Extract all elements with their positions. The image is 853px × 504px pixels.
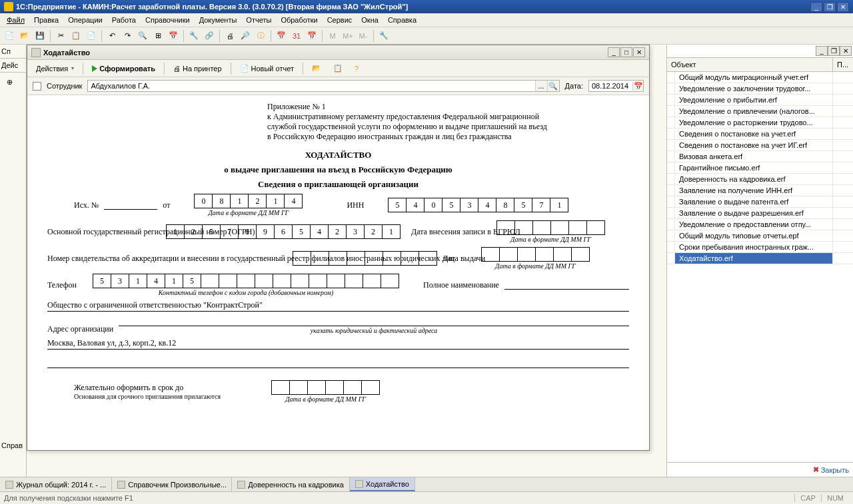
menu-work[interactable]: Работа — [108, 15, 140, 25]
tool2-icon[interactable]: 📋 — [329, 62, 347, 75]
menubar: Файл Правка Операции Работа Справочники … — [0, 13, 853, 27]
egrul-fmt: Дата в формате ДД ММ ГГ — [496, 236, 605, 243]
print-icon[interactable]: 🖨 — [223, 29, 237, 43]
redo-icon[interactable]: ↷ — [121, 29, 134, 43]
right-panel: _ ❐ ✕ Объект П... Общий модуль миграцион… — [666, 45, 853, 477]
list-item[interactable]: Гарантийное письмо.erf — [667, 162, 853, 174]
menu-processing[interactable]: Обработки — [277, 15, 321, 25]
cal1-icon[interactable]: 📅 — [275, 29, 288, 43]
menu-service[interactable]: Сервис — [323, 15, 357, 25]
cell — [383, 251, 401, 266]
win-minimize-button[interactable]: _ — [608, 47, 620, 57]
date-picker-button[interactable]: 📅 — [632, 82, 643, 91]
m-button[interactable]: M — [326, 29, 339, 43]
taskbar: Журнал общий: 2014 г. - ...Справочник Пр… — [0, 477, 853, 491]
close-button[interactable]: ✕ — [837, 2, 849, 12]
minimize-button[interactable]: _ — [810, 2, 822, 12]
menu-docs[interactable]: Документы — [195, 15, 241, 25]
org-name-line: Общество с ограниченной ответственностью… — [47, 300, 629, 312]
help-icon[interactable]: ⓘ — [254, 29, 267, 43]
out-no-field — [104, 200, 157, 210]
cal31-icon[interactable]: 31 — [290, 29, 303, 43]
list-item[interactable]: Доверенность на кадровика.erf — [667, 174, 853, 185]
menu-file[interactable]: Файл — [3, 15, 29, 25]
link-icon[interactable]: 🔗 — [203, 29, 216, 43]
list-item[interactable]: Сведения о постановке на учет.erf — [667, 128, 853, 140]
inn-cells: 5405348571 — [388, 198, 568, 212]
employee-checkbox[interactable] — [33, 82, 41, 91]
win-maximize-button[interactable]: □ — [620, 47, 632, 57]
rp-min-button[interactable]: _ — [816, 46, 828, 56]
menu-edit[interactable]: Правка — [30, 15, 63, 25]
list-item[interactable]: Уведомление о привлечении (налогов... — [667, 106, 853, 117]
list-item[interactable]: Визовая анкета.erf — [667, 151, 853, 162]
list-item[interactable]: Заявление о выдаче патента.erf — [667, 196, 853, 208]
cell: 6 — [274, 224, 293, 239]
cell: 5 — [202, 224, 221, 239]
undo-icon[interactable]: ↶ — [105, 29, 119, 43]
cell — [363, 274, 381, 288]
rp-close-button[interactable]: ✕ — [840, 46, 852, 56]
task-item[interactable]: Доверенность на кадровика — [232, 477, 350, 491]
document-area[interactable]: Приложение № 1 к Административному регла… — [27, 95, 649, 450]
copy-icon[interactable]: 📋 — [69, 29, 83, 43]
col-p[interactable]: П... — [833, 58, 853, 71]
tool1-icon[interactable]: 📂 — [307, 62, 326, 75]
right-panel-list[interactable]: Общий модуль миграционный учет.erfУведом… — [667, 72, 853, 462]
search-icon[interactable]: 🔍 — [136, 29, 149, 43]
task-item[interactable]: Журнал общий: 2014 г. - ... — [0, 477, 112, 491]
print-button[interactable]: 🖨 На принтер — [169, 63, 227, 75]
expand-icon[interactable]: ⊕ — [3, 75, 16, 89]
task-item[interactable]: Справочник Произвольные... — [112, 477, 232, 491]
date-icon[interactable]: 📅 — [167, 29, 180, 43]
list-item[interactable]: Заявление о выдаче разрешения.erf — [667, 208, 853, 219]
cut-icon[interactable]: ✂ — [54, 29, 67, 43]
cell: 1 — [550, 198, 568, 212]
menu-refs[interactable]: Справочники — [141, 15, 194, 25]
close-link[interactable]: ✖ Закрыть — [813, 465, 849, 474]
help2-icon[interactable]: ? — [350, 63, 363, 75]
tool-icon[interactable]: 🔧 — [187, 29, 201, 43]
rp-max-button[interactable]: ❐ — [828, 46, 840, 56]
m-plus-button[interactable]: M+ — [341, 29, 355, 43]
left-col-header: Сп — [0, 45, 26, 59]
new-doc-icon[interactable]: 📄 — [3, 29, 16, 43]
employee-open-button[interactable]: 🔍 — [547, 81, 559, 91]
cell — [517, 247, 536, 262]
list-item[interactable]: Сроки пребывания иностранных граж... — [667, 242, 853, 253]
preview-icon[interactable]: 🔎 — [239, 29, 252, 43]
actions-dropdown[interactable]: Действия — [31, 63, 79, 75]
wrench-icon[interactable]: 🔧 — [377, 29, 391, 43]
form-button[interactable]: Сформировать — [87, 63, 160, 75]
task-item[interactable]: Ходатайство — [350, 477, 415, 491]
menu-operations[interactable]: Операции — [64, 15, 106, 25]
list-item[interactable]: Ходатайство.erf — [667, 253, 853, 264]
new-report-button[interactable]: 📄 Новый отчет — [235, 62, 299, 75]
col-object[interactable]: Объект — [667, 58, 833, 71]
calc-icon[interactable]: ⊞ — [151, 29, 165, 43]
win-close-button[interactable]: ✕ — [633, 47, 645, 57]
open-icon[interactable]: 📂 — [18, 29, 31, 43]
list-item[interactable]: Общий модуль типовые отчеты.epf — [667, 230, 853, 242]
m-minus-button[interactable]: M- — [357, 29, 370, 43]
list-item[interactable]: Уведомление о расторжении трудово... — [667, 117, 853, 128]
employee-select-button[interactable]: ... — [535, 81, 547, 91]
list-item[interactable]: Заявление на получение ИНН.erf — [667, 185, 853, 196]
close-x-icon: ✖ — [813, 465, 819, 474]
menu-help[interactable]: Справка — [384, 15, 421, 25]
list-item[interactable]: Общий модуль миграционный учет.erf — [667, 72, 853, 83]
maximize-button[interactable]: ❐ — [824, 2, 836, 12]
list-item[interactable]: Сведения о постановке на учет ИГ.erf — [667, 140, 853, 151]
window-titlebar: Ходатайство _ □ ✕ — [27, 45, 649, 60]
cell: 5 — [93, 274, 111, 288]
list-item[interactable]: Уведомление о предоставлении отпу... — [667, 219, 853, 230]
save-icon[interactable]: 💾 — [33, 29, 47, 43]
paste-icon[interactable]: 📄 — [85, 29, 98, 43]
menu-reports[interactable]: Отчеты — [242, 15, 275, 25]
employee-input[interactable] — [88, 81, 534, 91]
list-item[interactable]: Уведомление о прибытии.erf — [667, 95, 853, 106]
date-input[interactable] — [589, 81, 632, 91]
menu-windows[interactable]: Окна — [357, 15, 383, 25]
cal-dual-icon[interactable]: 📅 — [305, 29, 319, 43]
list-item[interactable]: Уведомление о заключении трудовог... — [667, 83, 853, 95]
